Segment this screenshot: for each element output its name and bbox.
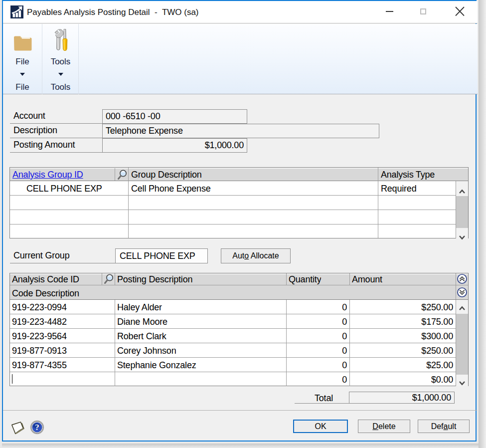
svg-text:?: ?	[35, 423, 39, 432]
